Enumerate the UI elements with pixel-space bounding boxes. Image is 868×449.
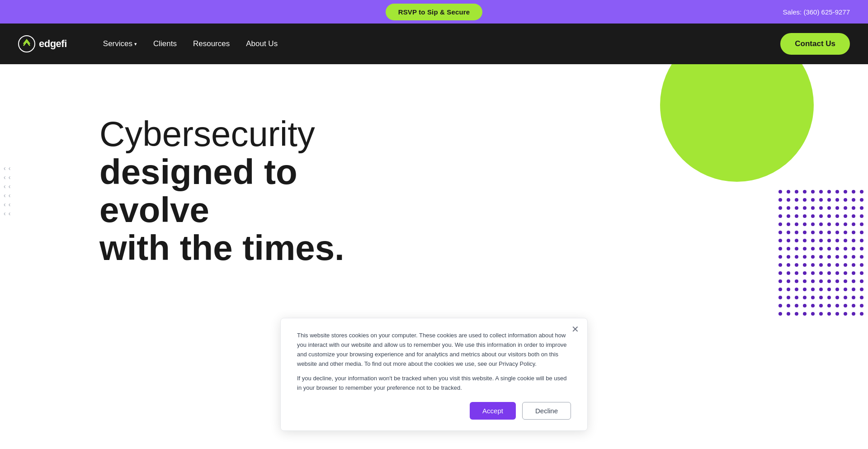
svg-rect-2	[778, 189, 868, 316]
hero-section: ‹ ‹ ‹ ‹ ‹ ‹ ‹ ‹ ‹ ‹ ‹ ‹	[0, 64, 868, 317]
nav-item-resources[interactable]: Resources	[193, 39, 230, 48]
nav-item-services[interactable]: Services ▾	[103, 39, 137, 48]
headline-part3: with the times.	[99, 228, 344, 268]
nav-links: Services ▾ Clients Resources About Us	[103, 39, 278, 48]
hero-content: Cybersecurity designed to evolve with th…	[0, 88, 407, 294]
top-banner: RSVP to Sip & Secure Sales: (360) 625-92…	[0, 0, 868, 24]
logo-icon	[18, 35, 35, 52]
headline-part2: designed to evolve	[99, 152, 297, 230]
logo-text: edgefi	[39, 38, 67, 50]
dots-pattern-decoration	[778, 189, 868, 317]
sales-phone: Sales: (360) 625-9277	[783, 8, 850, 16]
svg-point-0	[19, 36, 35, 52]
contact-button[interactable]: Contact Us	[780, 33, 850, 55]
logo-link[interactable]: edgefi	[18, 35, 67, 52]
nav-item-clients[interactable]: Clients	[153, 39, 177, 48]
hero-headline: Cybersecurity designed to evolve with th…	[99, 115, 407, 267]
rsvp-button[interactable]: RSVP to Sip & Secure	[386, 4, 483, 20]
navbar: edgefi Services ▾ Clients Resources Abou…	[0, 24, 868, 64]
green-circle-decoration	[660, 64, 814, 182]
nav-item-about[interactable]: About Us	[246, 39, 278, 48]
chevron-down-icon: ▾	[134, 41, 137, 47]
headline-part1: Cybersecurity	[99, 114, 315, 154]
